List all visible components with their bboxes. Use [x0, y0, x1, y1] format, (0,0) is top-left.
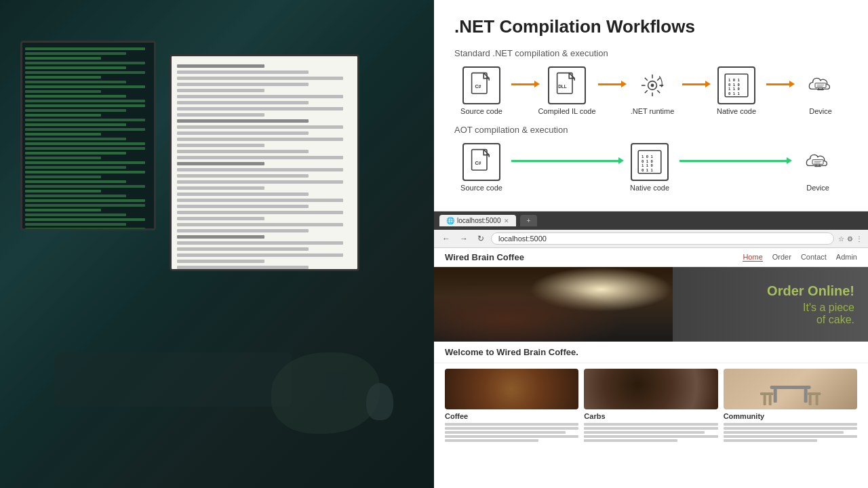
- svg-line-11: [657, 90, 660, 93]
- svg-rect-2: [557, 73, 572, 94]
- card-carbs-image: [584, 369, 717, 409]
- aot-arrow-2: [677, 160, 791, 162]
- aot-label: AOT compilation & execution: [454, 125, 848, 135]
- binary-icon-2: 1 0 1 0 1 0 1 1 0 0 1 1: [631, 143, 669, 181]
- svg-text:0 1 1: 0 1 1: [728, 92, 740, 96]
- cloud-device-svg-2: [804, 148, 831, 176]
- browser-tab-new[interactable]: +: [520, 215, 538, 226]
- step-source-code-2: C# Source code: [454, 143, 509, 192]
- site-hero: Order Online! It's a pieceof cake.: [434, 267, 868, 342]
- step-source-code-1: C# Source code: [454, 66, 509, 115]
- green-arrow-1: [511, 160, 620, 162]
- svg-rect-41: [804, 389, 807, 403]
- arrow-orange-2: [598, 83, 623, 85]
- cake-texture: [434, 267, 673, 342]
- nav-link-home[interactable]: Home: [743, 253, 762, 262]
- csharp-file-icon: C#: [462, 66, 500, 104]
- forward-button[interactable]: →: [457, 232, 471, 245]
- dll-svg: DLL: [553, 72, 580, 99]
- dotnet-section: .NET Compilation Workflows Standard .NET…: [434, 0, 868, 211]
- svg-rect-33: [812, 160, 823, 165]
- keyboard: [54, 352, 292, 407]
- step-dotnet-runtime: .NET runtime: [625, 66, 679, 115]
- gear-svg: [639, 72, 666, 99]
- monitor-left: [20, 41, 156, 230]
- monitor-screen-left: [22, 43, 154, 228]
- aot-arrow-1: [509, 160, 623, 162]
- svg-text:0 1 0: 0 1 0: [642, 159, 653, 163]
- monitor-screen-right: [172, 56, 357, 269]
- cloud-device-icon-2: [799, 143, 837, 181]
- binary-svg-1: 1 0 1 0 1 0 1 1 0 0 1 1: [723, 72, 750, 99]
- svg-rect-20: [815, 83, 826, 88]
- bookmark-icon[interactable]: ☆: [838, 235, 844, 243]
- device-1-label: Device: [809, 107, 832, 115]
- svg-text:1 0 1: 1 0 1: [642, 155, 653, 159]
- svg-text:DLL: DLL: [558, 84, 567, 89]
- green-arrow-2: [679, 160, 788, 162]
- cloud-device-icon-1: [802, 66, 840, 104]
- left-panel: [0, 0, 434, 488]
- arrow-orange-4: [766, 83, 791, 85]
- nav-link-order[interactable]: Order: [772, 253, 791, 262]
- tab-label: localhost:5000: [457, 217, 501, 224]
- svg-line-13: [645, 90, 648, 93]
- community-svg: [724, 369, 857, 409]
- browser-chrome: 🌐 localhost:5000 ✕ +: [434, 211, 868, 230]
- svg-rect-42: [760, 392, 773, 395]
- menu-icon[interactable]: ⋮: [856, 235, 863, 243]
- csharp-svg: C#: [468, 72, 495, 99]
- arrow-3: [679, 83, 709, 85]
- card-community: Community: [724, 369, 857, 443]
- reload-button[interactable]: ↻: [475, 232, 487, 245]
- svg-rect-40: [773, 389, 776, 403]
- nav-link-admin[interactable]: Admin: [836, 253, 857, 262]
- csharp-svg-2: C#: [468, 148, 495, 176]
- browser-actions: ☆ ⚙ ⋮: [838, 235, 863, 243]
- svg-text:C#: C#: [475, 83, 481, 89]
- arrow-1: [509, 83, 538, 85]
- card-community-text: [724, 422, 857, 443]
- native-code-1-label: Native code: [717, 107, 756, 115]
- svg-text:1 1 0: 1 1 0: [728, 87, 740, 91]
- step-compiled-il: DLL Compiled IL code: [538, 66, 595, 115]
- dotnet-title: .NET Compilation Workflows: [454, 16, 848, 37]
- arrow-orange-3: [682, 83, 707, 85]
- step-device-1: Device: [793, 66, 848, 115]
- site-nav: Wired Brain Coffee Home Order Contact Ad…: [434, 248, 868, 267]
- card-carbs-title: Carbs: [584, 412, 717, 420]
- svg-text:1 1 0: 1 1 0: [642, 163, 653, 167]
- card-coffee-text: [445, 422, 578, 443]
- binary-svg-2: 1 0 1 0 1 0 1 1 0 0 1 1: [636, 148, 663, 176]
- back-button[interactable]: ←: [439, 232, 453, 245]
- svg-rect-44: [768, 395, 771, 405]
- dll-icon: DLL: [548, 66, 586, 104]
- device-2-label: Device: [806, 184, 829, 192]
- hero-subtitle: It's a pieceof cake.: [767, 302, 854, 326]
- browser-toolbar: ← → ↻ localhost:5000 ☆ ⚙ ⋮: [434, 230, 868, 248]
- extensions-icon[interactable]: ⚙: [847, 235, 853, 243]
- site-cards: Coffee Carbs: [434, 363, 868, 449]
- hero-cake-image: [434, 267, 673, 342]
- address-bar[interactable]: localhost:5000: [491, 232, 834, 245]
- green-arrow-head-1: [618, 157, 624, 164]
- card-community-title: Community: [724, 412, 857, 420]
- website-content: Wired Brain Coffee Home Order Contact Ad…: [434, 248, 868, 488]
- svg-text:0 1 1: 0 1 1: [642, 168, 653, 172]
- browser-section: 🌐 localhost:5000 ✕ + ← → ↻ localhost:500…: [434, 211, 868, 488]
- svg-text:0 1 0: 0 1 0: [728, 83, 740, 87]
- svg-text:C#: C#: [475, 160, 481, 166]
- nav-link-contact[interactable]: Contact: [801, 253, 827, 262]
- gear-icon: [633, 66, 671, 104]
- csharp-file-icon-2: C#: [462, 143, 500, 181]
- svg-rect-39: [770, 386, 810, 389]
- card-coffee-image: [445, 369, 578, 409]
- arrow-4: [764, 83, 793, 85]
- binary-icon-1: 1 0 1 0 1 0 1 1 0 0 1 1: [717, 66, 755, 104]
- svg-line-12: [657, 78, 660, 81]
- browser-tab-active[interactable]: 🌐 localhost:5000 ✕: [439, 215, 516, 226]
- cloud-device-svg-1: [807, 72, 834, 99]
- card-community-image: [724, 369, 857, 409]
- tab-close-button[interactable]: ✕: [504, 218, 509, 224]
- svg-text:1 0 1: 1 0 1: [728, 78, 740, 82]
